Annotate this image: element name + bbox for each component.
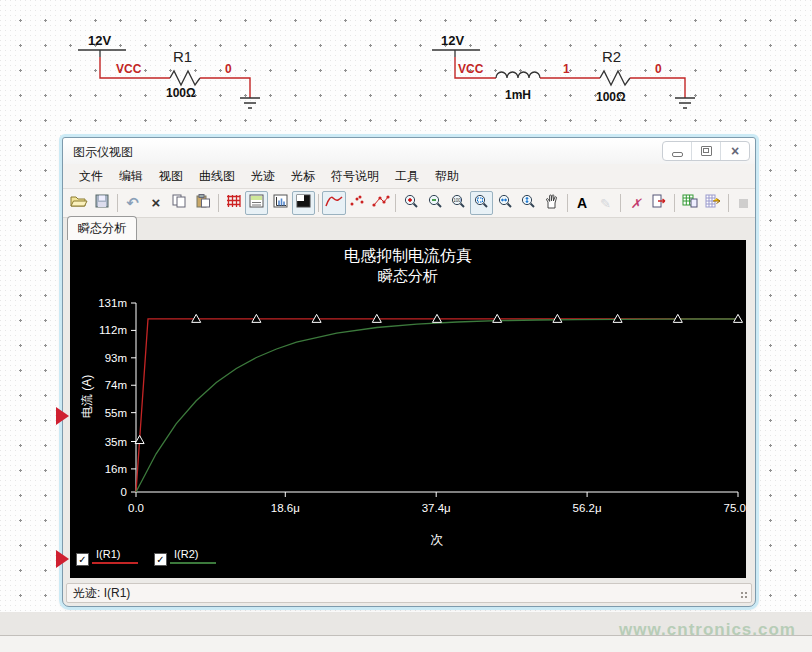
undo-button[interactable]: ↶ bbox=[121, 191, 144, 215]
chart-subtitle: 瞬态分析 bbox=[70, 267, 746, 286]
chart-area: 131m112m93m74m55m35m16m00.018.6μ37.4μ56.… bbox=[70, 240, 746, 578]
menu-tools[interactable]: 工具 bbox=[387, 165, 427, 188]
status-bar: 光迹: I(R1) bbox=[66, 583, 752, 603]
menu-trace[interactable]: 光迹 bbox=[243, 165, 283, 188]
resize-grip[interactable] bbox=[740, 591, 749, 600]
minimize-button[interactable] bbox=[663, 142, 692, 160]
power-rail-right[interactable]: 12V bbox=[432, 33, 480, 57]
wire-net0-right[interactable]: 0 bbox=[630, 62, 685, 98]
copy-icon bbox=[172, 194, 186, 212]
x-tick-label: 75.0μ bbox=[723, 502, 746, 514]
copy-table-button[interactable] bbox=[678, 191, 701, 215]
paste-icon bbox=[196, 194, 210, 212]
show-cursors-button[interactable]: ✗ bbox=[624, 191, 647, 215]
reverse-colors-button[interactable] bbox=[292, 191, 315, 215]
show-legend-icon bbox=[249, 194, 264, 212]
net-label-vcc-left: VCC bbox=[116, 62, 142, 76]
legend-checkbox[interactable]: ✓ bbox=[154, 553, 167, 566]
zoom-out-icon bbox=[427, 194, 443, 213]
legend-checkbox[interactable]: ✓ bbox=[76, 553, 89, 566]
x-axis-label: 次 bbox=[136, 531, 738, 549]
close-button[interactable]: × bbox=[721, 142, 749, 160]
svg-text:100: 100 bbox=[453, 198, 461, 203]
toolbar: ↶×100A✎✗ bbox=[63, 189, 755, 218]
legend: ✓I(R1)✓I(R2) bbox=[76, 548, 216, 564]
menu-legend[interactable]: 符号说明 bbox=[323, 165, 387, 188]
zoom-in-button[interactable] bbox=[399, 191, 422, 215]
show-grid-button[interactable] bbox=[221, 191, 244, 215]
resistor-R2[interactable]: R2 100Ω bbox=[596, 48, 630, 104]
toolbar-separator bbox=[674, 194, 675, 212]
window-title: 图示仪视图 bbox=[73, 144, 133, 161]
trace-points-icon bbox=[349, 194, 365, 212]
save-icon bbox=[95, 194, 109, 212]
tab-transient-analysis[interactable]: 瞬态分析 bbox=[67, 216, 137, 240]
zoom-area-button[interactable] bbox=[470, 191, 493, 215]
show-axes-button[interactable] bbox=[268, 191, 291, 215]
edit-page-button[interactable]: ✎ bbox=[594, 191, 617, 215]
menu-cursor[interactable]: 光标 bbox=[283, 165, 323, 188]
menu-file[interactable]: 文件 bbox=[71, 165, 111, 188]
status-text: 光迹: I(R1) bbox=[73, 585, 130, 602]
y-tick-label: 112m bbox=[99, 324, 127, 336]
show-legend-button[interactable] bbox=[245, 191, 268, 215]
y-tick-label: 74m bbox=[105, 379, 127, 391]
add-text-button[interactable]: A bbox=[570, 191, 593, 215]
net-label-0-left: 0 bbox=[225, 62, 232, 76]
paste-button[interactable] bbox=[191, 191, 214, 215]
copy-button[interactable] bbox=[168, 191, 191, 215]
trace-line-icon bbox=[325, 194, 343, 212]
active-axis-arrow-icon bbox=[56, 407, 69, 425]
legend-item-ir1: ✓I(R1) bbox=[76, 548, 138, 564]
legend-item-ir2: ✓I(R2) bbox=[154, 548, 216, 564]
x-tick-label: 0.0 bbox=[128, 502, 144, 514]
save-button[interactable] bbox=[90, 191, 113, 215]
stop-button[interactable] bbox=[732, 191, 755, 215]
legend-color-line bbox=[92, 562, 138, 564]
schematic-canvas: 12V VCC R1 100Ω 0 12V VCC bbox=[0, 0, 812, 135]
trace-line-button[interactable] bbox=[322, 191, 345, 215]
zoom-100-button[interactable]: 100 bbox=[446, 191, 469, 215]
open-icon bbox=[70, 194, 88, 212]
chart-title: 电感抑制电流仿真 bbox=[70, 246, 746, 267]
value-label-L1: 1mH bbox=[505, 88, 531, 102]
inductor-L1[interactable]: 1mH bbox=[496, 72, 540, 102]
y-tick-label: 93m bbox=[105, 352, 127, 364]
ground-symbol-left[interactable] bbox=[240, 98, 260, 108]
y-tick-label: 35m bbox=[105, 436, 127, 448]
show-axes-icon bbox=[273, 194, 288, 212]
legend-label: I(R2) bbox=[170, 548, 216, 560]
wire-vcc-left[interactable]: VCC bbox=[100, 57, 170, 78]
resistor-R1[interactable]: R1 100Ω bbox=[166, 48, 200, 100]
title-bar[interactable]: 图示仪视图 × bbox=[63, 138, 755, 165]
menu-bar: 文件编辑视图曲线图光迹光标符号说明工具帮助 bbox=[63, 164, 755, 189]
restore-icon bbox=[701, 146, 712, 156]
zoom-horizontal-button[interactable] bbox=[493, 191, 516, 215]
trace-ir2[interactable] bbox=[136, 319, 738, 492]
trace-points-button[interactable] bbox=[346, 191, 369, 215]
export-excel-button[interactable] bbox=[701, 191, 724, 215]
trace-ir1[interactable] bbox=[136, 319, 738, 492]
menu-help[interactable]: 帮助 bbox=[427, 165, 467, 188]
menu-graph[interactable]: 曲线图 bbox=[191, 165, 243, 188]
window-controls: × bbox=[662, 141, 750, 161]
show-cursors-icon: ✗ bbox=[630, 194, 641, 212]
wire-vcc-right[interactable]: VCC bbox=[455, 57, 496, 78]
menu-edit[interactable]: 编辑 bbox=[111, 165, 151, 188]
open-button[interactable] bbox=[67, 191, 90, 215]
pan-button[interactable] bbox=[540, 191, 563, 215]
wire-net1-right[interactable]: 1 bbox=[540, 62, 600, 78]
delete-button[interactable]: × bbox=[144, 191, 167, 215]
trace-points-line-button[interactable] bbox=[369, 191, 392, 215]
x-tick-label: 56.2μ bbox=[573, 502, 602, 514]
menu-view[interactable]: 视图 bbox=[151, 165, 191, 188]
zoom-out-button[interactable] bbox=[423, 191, 446, 215]
restore-button[interactable] bbox=[692, 142, 721, 160]
export-graph-button[interactable] bbox=[648, 191, 671, 215]
power-rail-left[interactable]: 12V bbox=[78, 33, 126, 57]
ground-symbol-right[interactable] bbox=[675, 98, 695, 108]
zoom-vertical-button[interactable] bbox=[517, 191, 540, 215]
copy-table-icon bbox=[682, 194, 698, 212]
trace-points-line-icon bbox=[372, 194, 390, 212]
wire-net0-left[interactable]: 0 bbox=[200, 62, 250, 98]
